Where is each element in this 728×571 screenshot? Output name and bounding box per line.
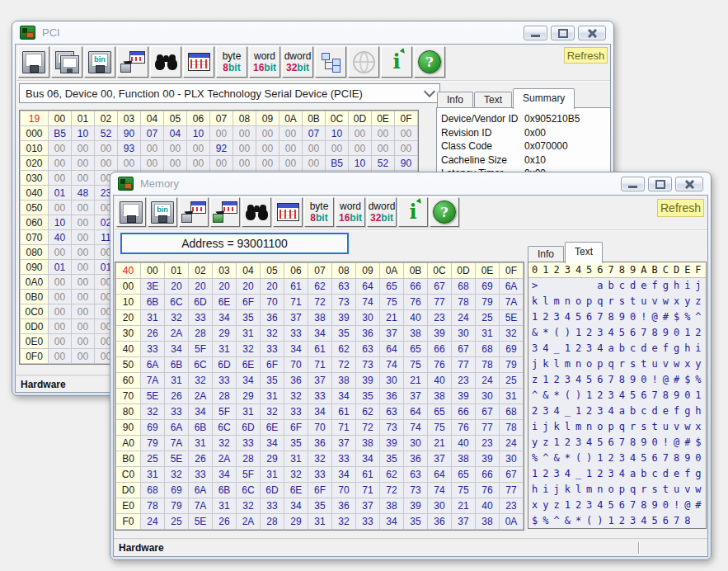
hex-cell[interactable]: 26 (141, 326, 165, 342)
hex-cell[interactable]: 00 (279, 126, 303, 141)
hex-cell[interactable]: 7A (500, 295, 524, 310)
hex-cell[interactable]: 6F (284, 420, 308, 436)
dword-32bit-button[interactable]: dword32bit (282, 46, 313, 78)
hex-cell[interactable]: 62 (380, 467, 404, 483)
hex-cell[interactable]: 25 (500, 373, 524, 389)
hex-cell[interactable]: 6C (237, 483, 261, 498)
hex-cell[interactable]: 32 (261, 404, 284, 420)
hex-cell[interactable]: 20 (261, 279, 284, 295)
memory-tab-info[interactable]: Info (528, 246, 564, 262)
hex-cell[interactable]: 00 (72, 201, 95, 215)
hex-cell[interactable]: 00 (49, 275, 72, 290)
hex-cell[interactable]: 31 (308, 514, 332, 530)
hex-cell[interactable]: 35 (237, 310, 261, 326)
hex-cell[interactable]: 6E (261, 420, 284, 436)
hex-cell[interactable]: 30 (476, 389, 500, 404)
hex-cell[interactable]: 10 (187, 126, 210, 141)
hex-cell[interactable]: 79 (141, 436, 165, 451)
hex-cell[interactable]: 24 (476, 373, 500, 389)
hex-cell[interactable]: 26 (165, 389, 189, 404)
hex-cell[interactable]: 6D (213, 357, 237, 373)
byte-8bit-button[interactable]: byte8bit (304, 197, 334, 227)
hex-cell[interactable]: 37 (428, 451, 452, 467)
hex-cell[interactable]: 74 (404, 420, 428, 436)
hex-cell[interactable]: 36 (332, 498, 356, 514)
hex-cell[interactable]: 52 (372, 156, 395, 171)
save-button[interactable] (18, 46, 49, 78)
memory-titlebar[interactable]: Memory (110, 172, 711, 195)
word-16bit-button[interactable]: word16bit (249, 46, 280, 78)
hex-cell[interactable]: 00 (233, 141, 256, 156)
byte-8bit-button[interactable]: byte8bit (216, 46, 247, 78)
hex-cell[interactable]: 75 (404, 357, 428, 373)
hex-cell[interactable]: 00 (49, 304, 72, 319)
hex-cell[interactable]: 76 (452, 420, 476, 436)
hex-cell[interactable]: 35 (308, 498, 332, 514)
hex-cell[interactable]: 21 (452, 498, 476, 514)
world-button[interactable] (348, 46, 379, 78)
hex-cell[interactable]: 29 (284, 514, 308, 530)
hex-cell[interactable]: 66 (452, 404, 476, 420)
hex-cell[interactable]: 78 (141, 498, 165, 514)
hex-cell[interactable]: 69 (141, 420, 165, 436)
hex-cell[interactable]: 34 (237, 373, 261, 389)
hex-cell[interactable]: 23 (476, 436, 500, 451)
hex-cell[interactable]: 31 (284, 451, 308, 467)
hex-cell[interactable]: B5 (49, 126, 72, 141)
hex-cell[interactable]: 72 (308, 295, 332, 310)
hex-cell[interactable]: 62 (356, 404, 380, 420)
hex-cell[interactable]: 07 (303, 126, 326, 141)
hex-cell[interactable]: 37 (308, 373, 332, 389)
hex-cell[interactable]: 32 (189, 373, 213, 389)
hex-cell[interactable]: 21 (380, 310, 404, 326)
hex-cell[interactable]: 28 (261, 514, 284, 530)
hex-cell[interactable]: 00 (49, 334, 72, 349)
hex-cell[interactable]: 63 (404, 467, 428, 483)
hex-cell[interactable]: 3E (141, 279, 165, 295)
hex-cell[interactable]: 00 (256, 156, 279, 171)
hex-cell[interactable]: 66 (476, 467, 500, 483)
hex-cell[interactable]: 00 (164, 141, 187, 156)
hex-cell[interactable]: 21 (428, 436, 452, 451)
hex-cell[interactable]: 31 (476, 326, 500, 342)
hex-cell[interactable]: 79 (476, 295, 500, 310)
hex-cell[interactable]: 6F (237, 295, 261, 310)
hex-cell[interactable]: 35 (356, 389, 380, 404)
hex-cell[interactable]: 5E (165, 451, 189, 467)
hex-cell[interactable]: 29 (237, 389, 261, 404)
hex-cell[interactable]: 00 (49, 319, 72, 334)
hex-cell[interactable]: 34 (332, 467, 356, 483)
hex-cell[interactable]: 38 (404, 326, 428, 342)
hex-cell[interactable]: 31 (237, 326, 261, 342)
hex-cell[interactable]: 00 (256, 141, 279, 156)
device-selector[interactable]: Bus 06, Device 00, Function 00 - PLX Tec… (19, 83, 440, 103)
hex-cell[interactable]: 38 (356, 436, 380, 451)
hex-cell[interactable]: 38 (428, 389, 452, 404)
table-view-button[interactable] (273, 197, 303, 227)
hex-cell[interactable]: 00 (395, 126, 418, 141)
hex-cell[interactable]: 69 (500, 342, 524, 357)
hex-cell[interactable]: 37 (356, 498, 380, 514)
hex-cell[interactable]: 00 (95, 156, 118, 171)
hex-cell[interactable]: 34 (356, 451, 380, 467)
hex-cell[interactable]: 32 (213, 436, 237, 451)
hex-cell[interactable]: 5F (189, 342, 213, 357)
save-all-button[interactable] (51, 46, 82, 78)
hex-cell[interactable]: 39 (380, 436, 404, 451)
hex-cell[interactable]: 79 (165, 498, 189, 514)
hex-cell[interactable]: 74 (356, 295, 380, 310)
help-button[interactable]: ? (430, 197, 459, 227)
hex-cell[interactable]: 6B (213, 483, 237, 498)
hex-cell[interactable]: 33 (237, 436, 261, 451)
hex-cell[interactable]: 65 (452, 467, 476, 483)
hex-cell[interactable]: 38 (452, 451, 476, 467)
hex-cell[interactable]: 01 (49, 260, 72, 275)
hex-cell[interactable]: 26 (189, 451, 213, 467)
hex-cell[interactable]: 32 (332, 514, 356, 530)
hex-cell[interactable]: 39 (356, 373, 380, 389)
hex-cell[interactable]: 61 (308, 342, 332, 357)
hex-cell[interactable]: 33 (284, 404, 308, 420)
hex-cell[interactable]: 33 (261, 498, 284, 514)
hex-cell[interactable]: 36 (308, 436, 332, 451)
hex-cell[interactable]: 00 (49, 141, 72, 156)
